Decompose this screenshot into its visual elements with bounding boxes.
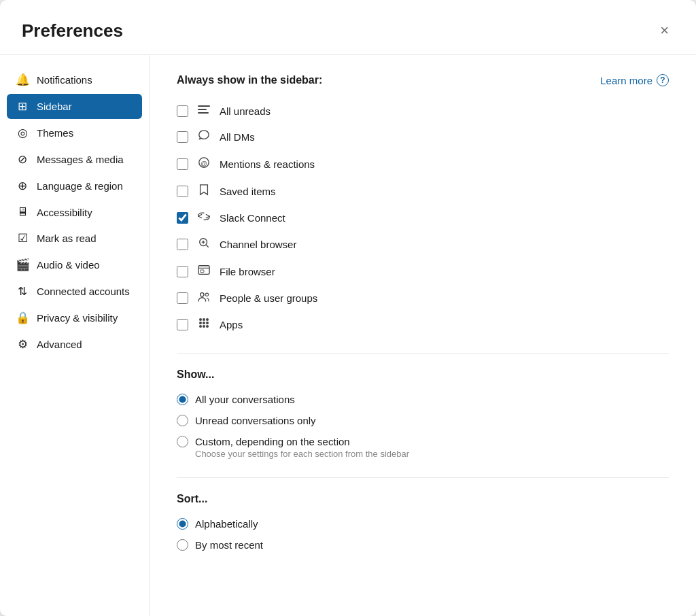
- show-option-main-all-conversations[interactable]: All your conversations: [177, 394, 669, 405]
- icon-file-browser: [196, 264, 211, 279]
- checkbox-all-unreads[interactable]: [177, 105, 188, 117]
- sidebar-item-row-all-unreads[interactable]: All unreads: [177, 99, 669, 123]
- nav-item-sidebar[interactable]: ⊞Sidebar: [7, 94, 142, 119]
- svg-point-8: [201, 293, 204, 296]
- content-panel: Always show in the sidebar: Learn more ?…: [150, 55, 696, 616]
- svg-point-17: [203, 325, 205, 328]
- nav-icon-sidebar: ⊞: [15, 99, 30, 114]
- nav-item-notifications[interactable]: 🔔Notifications: [7, 67, 142, 92]
- sidebar-item-label-people-user-groups: People & user groups: [220, 292, 317, 304]
- always-show-header: Always show in the sidebar: Learn more ?: [177, 74, 669, 86]
- svg-point-13: [199, 322, 202, 324]
- radio-all-conversations[interactable]: [177, 394, 188, 405]
- divider-2: [177, 477, 669, 478]
- checkbox-all-dms[interactable]: [177, 131, 188, 143]
- svg-point-11: [203, 318, 205, 321]
- nav-icon-themes: ◎: [15, 126, 30, 140]
- checkbox-channel-browser[interactable]: [177, 239, 188, 250]
- sidebar-item-label-all-unreads: All unreads: [220, 105, 271, 117]
- sidebar-item-row-file-browser[interactable]: File browser: [177, 258, 669, 285]
- nav-label-notifications: Notifications: [37, 74, 92, 86]
- show-option-unread-only[interactable]: Unread conversations only: [177, 411, 669, 430]
- checkbox-people-user-groups[interactable]: [177, 292, 188, 304]
- svg-point-9: [205, 293, 208, 296]
- nav-label-accessibility: Accessibility: [37, 207, 92, 218]
- sidebar-item-row-slack-connect[interactable]: Slack Connect: [177, 205, 669, 230]
- svg-point-10: [199, 318, 202, 321]
- nav-panel: 🔔Notifications⊞Sidebar◎Themes⊘Messages &…: [0, 55, 150, 616]
- radio-label-custom-section: Custom, depending on the section: [195, 436, 350, 447]
- nav-label-mark-as-read: Mark as read: [37, 233, 97, 244]
- icon-mentions-reactions: @: [196, 156, 211, 171]
- sidebar-item-row-all-dms[interactable]: All DMs: [177, 123, 669, 150]
- sort-radio-list: AlphabeticallyBy most recent: [177, 515, 669, 554]
- svg-point-14: [203, 322, 205, 324]
- sort-label-by-most-recent: By most recent: [195, 539, 263, 551]
- nav-item-accessibility[interactable]: 🖥Accessibility: [7, 200, 142, 224]
- sidebar-item-label-all-dms: All DMs: [220, 131, 255, 143]
- nav-item-mark-as-read[interactable]: ☑Mark as read: [7, 226, 142, 251]
- radio-custom-section[interactable]: [177, 436, 188, 447]
- sidebar-item-row-saved-items[interactable]: Saved items: [177, 177, 669, 205]
- show-section: Show... All your conversationsUnread con…: [177, 369, 669, 462]
- sidebar-item-row-people-user-groups[interactable]: People & user groups: [177, 285, 669, 311]
- show-option-custom-section[interactable]: Custom, depending on the sectionChoose y…: [177, 432, 669, 462]
- divider-1: [177, 353, 669, 354]
- sidebar-item-label-slack-connect: Slack Connect: [220, 212, 285, 224]
- radio-label-unread-only: Unread conversations only: [195, 415, 316, 426]
- show-option-all-conversations[interactable]: All your conversations: [177, 390, 669, 409]
- checkbox-saved-items[interactable]: [177, 186, 188, 197]
- close-button[interactable]: ×: [655, 19, 674, 42]
- sort-section: Sort... AlphabeticallyBy most recent: [177, 493, 669, 554]
- sort-section-label: Sort...: [177, 493, 669, 505]
- icon-people-user-groups: [196, 291, 211, 305]
- nav-item-advanced[interactable]: ⚙Advanced: [7, 332, 142, 357]
- nav-icon-language-region: ⊕: [15, 179, 30, 193]
- svg-rect-0: [198, 105, 210, 107]
- sidebar-item-label-apps: Apps: [220, 319, 243, 330]
- show-option-main-custom-section[interactable]: Custom, depending on the section: [177, 436, 669, 447]
- sidebar-item-row-channel-browser[interactable]: Channel browser: [177, 230, 669, 258]
- checkbox-mentions-reactions[interactable]: [177, 158, 188, 170]
- radio-label-all-conversations: All your conversations: [195, 394, 295, 405]
- svg-point-15: [206, 322, 209, 324]
- help-icon: ?: [657, 74, 669, 86]
- nav-icon-accessibility: 🖥: [15, 205, 30, 219]
- checkbox-apps[interactable]: [177, 319, 188, 330]
- show-radio-list: All your conversationsUnread conversatio…: [177, 390, 669, 462]
- nav-item-privacy-visibility[interactable]: 🔒Privacy & visibility: [7, 305, 142, 330]
- show-section-label: Show...: [177, 369, 669, 381]
- modal-body: 🔔Notifications⊞Sidebar◎Themes⊘Messages &…: [0, 55, 696, 616]
- radio-unread-only[interactable]: [177, 415, 188, 426]
- nav-icon-privacy-visibility: 🔒: [15, 311, 30, 325]
- learn-more-link[interactable]: Learn more ?: [600, 74, 669, 86]
- sidebar-item-label-file-browser: File browser: [220, 266, 275, 277]
- icon-saved-items: [196, 184, 211, 199]
- icon-channel-browser: [196, 237, 211, 252]
- modal-header: Preferences ×: [0, 0, 696, 55]
- nav-item-messages-media[interactable]: ⊘Messages & media: [7, 147, 142, 172]
- sort-radio-by-most-recent[interactable]: [177, 539, 188, 551]
- checkbox-file-browser[interactable]: [177, 266, 188, 277]
- nav-label-themes: Themes: [37, 127, 73, 139]
- nav-item-connected-accounts[interactable]: ⇅Connected accounts: [7, 279, 142, 304]
- sort-option-by-most-recent[interactable]: By most recent: [177, 536, 669, 554]
- sort-option-alphabetically[interactable]: Alphabetically: [177, 515, 669, 533]
- icon-slack-connect: [196, 211, 211, 224]
- sidebar-item-row-mentions-reactions[interactable]: @Mentions & reactions: [177, 150, 669, 177]
- svg-text:@: @: [201, 160, 207, 167]
- nav-icon-notifications: 🔔: [15, 73, 30, 87]
- nav-item-audio-video[interactable]: 🎬Audio & video: [7, 252, 142, 277]
- sidebar-items-list: All unreadsAll DMs@Mentions & reactionsS…: [177, 99, 669, 338]
- show-option-main-unread-only[interactable]: Unread conversations only: [177, 415, 669, 426]
- nav-item-language-region[interactable]: ⊕Language & region: [7, 173, 142, 199]
- modal-title: Preferences: [22, 20, 123, 41]
- nav-icon-mark-as-read: ☑: [15, 231, 30, 245]
- svg-point-16: [199, 325, 202, 328]
- nav-item-themes[interactable]: ◎Themes: [7, 120, 142, 146]
- checkbox-slack-connect[interactable]: [177, 212, 188, 224]
- sort-radio-alphabetically[interactable]: [177, 518, 188, 530]
- always-show-label: Always show in the sidebar:: [177, 74, 322, 86]
- sidebar-item-row-apps[interactable]: Apps: [177, 311, 669, 338]
- icon-all-dms: [196, 129, 211, 144]
